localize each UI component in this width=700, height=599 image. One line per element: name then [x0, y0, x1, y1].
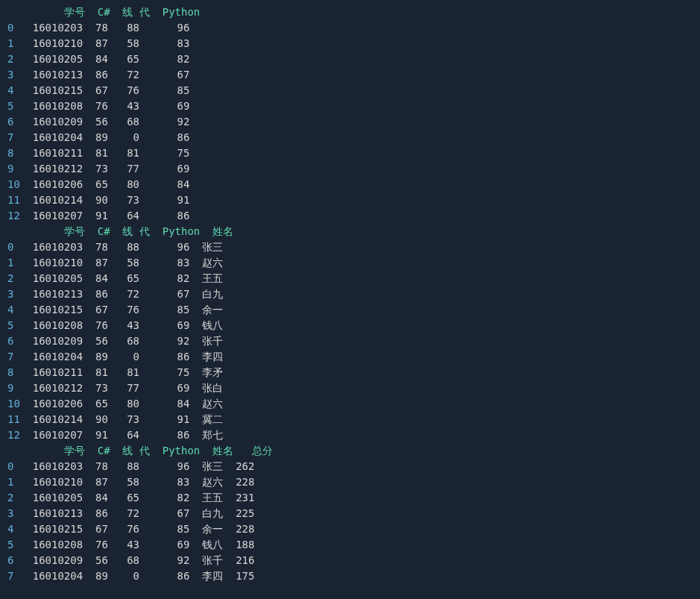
table-row: 11 16010214 90 73 91 — [7, 192, 693, 208]
row-values: 16010210 87 58 83 — [20, 37, 190, 49]
row-index: 1 — [7, 37, 20, 49]
row-index: 11 — [7, 194, 20, 206]
table-row: 3 16010213 86 72 67 白九 225 — [7, 506, 693, 521]
table-header: 学号 C# 线 代 Python 姓名 总分 — [7, 443, 693, 459]
row-index: 4 — [7, 523, 20, 535]
table-row: 0 16010203 78 88 96 — [7, 20, 693, 36]
table-row: 11 16010214 90 73 91 冀二 — [7, 412, 693, 427]
row-index: 2 — [7, 53, 20, 65]
row-index: 6 — [7, 335, 20, 347]
row-values: 16010215 67 76 85 余一 228 — [20, 523, 255, 535]
row-index: 7 — [7, 131, 20, 143]
table-row: 3 16010213 86 72 67 — [7, 67, 693, 83]
row-index: 3 — [7, 507, 20, 519]
row-index: 5 — [7, 539, 20, 551]
row-values: 16010205 84 65 82 王五 — [20, 272, 223, 284]
row-values: 16010212 73 77 69 张白 — [20, 382, 223, 394]
row-index: 8 — [7, 366, 20, 378]
table-row: 5 16010208 76 43 69 钱八 188 — [7, 537, 693, 553]
row-values: 16010214 90 73 91 冀二 — [20, 413, 223, 425]
terminal-output: 学号 C# 线 代 Python0 16010203 78 88 961 160… — [7, 4, 693, 584]
row-index: 4 — [7, 84, 20, 96]
row-values: 16010213 86 72 67 白九 225 — [20, 507, 255, 519]
row-values: 16010213 86 72 67 — [20, 69, 190, 81]
table-row: 4 16010215 67 76 85 余一 — [7, 302, 693, 318]
row-values: 16010209 56 68 92 — [20, 116, 190, 128]
row-index: 6 — [7, 116, 20, 128]
table-row: 5 16010208 76 43 69 — [7, 98, 693, 114]
table-row: 8 16010211 81 81 75 李矛 — [7, 365, 693, 380]
table-row: 7 16010204 89 0 86 — [7, 130, 693, 145]
table-row: 6 16010209 56 68 92 张千 — [7, 333, 693, 349]
row-index: 9 — [7, 382, 20, 394]
header-text: 学号 C# 线 代 Python 姓名 — [7, 225, 233, 237]
row-index: 0 — [7, 241, 20, 253]
table-row: 10 16010206 65 80 84 赵六 — [7, 396, 693, 412]
table-row: 5 16010208 76 43 69 钱八 — [7, 318, 693, 333]
table-row: 7 16010204 89 0 86 李四 175 — [7, 568, 693, 584]
table-row: 1 16010210 87 58 83 — [7, 36, 693, 51]
row-values: 16010215 67 76 85 — [20, 84, 190, 96]
row-values: 16010210 87 58 83 赵六 228 — [20, 476, 255, 488]
row-index: 11 — [7, 413, 20, 425]
row-index: 5 — [7, 100, 20, 112]
table-row: 6 16010209 56 68 92 — [7, 114, 693, 130]
row-index: 9 — [7, 163, 20, 175]
table-row: 3 16010213 86 72 67 白九 — [7, 286, 693, 302]
row-values: 16010207 91 64 86 郑七 — [20, 429, 223, 441]
table-row: 0 16010203 78 88 96 张三 262 — [7, 459, 693, 474]
row-values: 16010212 73 77 69 — [20, 163, 190, 175]
table-row: 4 16010215 67 76 85 — [7, 83, 693, 98]
row-values: 16010207 91 64 86 — [20, 210, 190, 222]
row-index: 7 — [7, 351, 20, 363]
row-values: 16010210 87 58 83 赵六 — [20, 257, 223, 269]
row-index: 4 — [7, 304, 20, 316]
row-values: 16010208 76 43 69 钱八 — [20, 319, 223, 331]
table-row: 10 16010206 65 80 84 — [7, 177, 693, 192]
table-row: 2 16010205 84 65 82 — [7, 51, 693, 67]
row-values: 16010205 84 65 82 王五 231 — [20, 492, 255, 504]
table-row: 1 16010210 87 58 83 赵六 228 — [7, 474, 693, 490]
table-row: 12 16010207 91 64 86 郑七 — [7, 427, 693, 443]
row-values: 16010214 90 73 91 — [20, 194, 190, 206]
table-row: 8 16010211 81 81 75 — [7, 145, 693, 161]
row-index: 12 — [7, 429, 20, 441]
table-row: 12 16010207 91 64 86 — [7, 208, 693, 224]
row-values: 16010209 56 68 92 张千 — [20, 335, 223, 347]
row-index: 8 — [7, 147, 20, 159]
row-index: 10 — [7, 178, 20, 190]
table-row: 7 16010204 89 0 86 李四 — [7, 349, 693, 365]
row-values: 16010211 81 81 75 — [20, 147, 190, 159]
row-values: 16010204 89 0 86 — [20, 131, 190, 143]
row-index: 7 — [7, 570, 20, 582]
row-index: 1 — [7, 257, 20, 269]
row-values: 16010205 84 65 82 — [20, 53, 190, 65]
table-row: 9 16010212 73 77 69 — [7, 161, 693, 177]
row-values: 16010213 86 72 67 白九 — [20, 288, 223, 300]
row-index: 1 — [7, 476, 20, 488]
row-index: 10 — [7, 398, 20, 410]
row-values: 16010206 65 80 84 赵六 — [20, 398, 223, 410]
row-values: 16010208 76 43 69 — [20, 100, 190, 112]
table-row: 9 16010212 73 77 69 张白 — [7, 380, 693, 396]
table-row: 1 16010210 87 58 83 赵六 — [7, 255, 693, 271]
row-values: 16010208 76 43 69 钱八 188 — [20, 539, 255, 551]
row-index: 0 — [7, 22, 20, 34]
header-text: 学号 C# 线 代 Python — [7, 6, 200, 18]
row-values: 16010206 65 80 84 — [20, 178, 190, 190]
row-values: 16010204 89 0 86 李四 175 — [20, 570, 255, 582]
row-index: 3 — [7, 288, 20, 300]
row-index: 0 — [7, 460, 20, 472]
row-index: 12 — [7, 210, 20, 222]
table-header: 学号 C# 线 代 Python 姓名 — [7, 224, 693, 239]
header-text: 学号 C# 线 代 Python 姓名 总分 — [7, 445, 273, 457]
table-row: 6 16010209 56 68 92 张千 216 — [7, 553, 693, 568]
row-values: 16010209 56 68 92 张千 216 — [20, 554, 255, 566]
row-values: 16010211 81 81 75 李矛 — [20, 366, 223, 378]
table-row: 2 16010205 84 65 82 王五 — [7, 271, 693, 286]
row-values: 16010204 89 0 86 李四 — [20, 351, 223, 363]
table-header: 学号 C# 线 代 Python — [7, 4, 693, 20]
row-index: 2 — [7, 272, 20, 284]
table-row: 0 16010203 78 88 96 张三 — [7, 239, 693, 255]
row-values: 16010203 78 88 96 张三 262 — [20, 460, 255, 472]
